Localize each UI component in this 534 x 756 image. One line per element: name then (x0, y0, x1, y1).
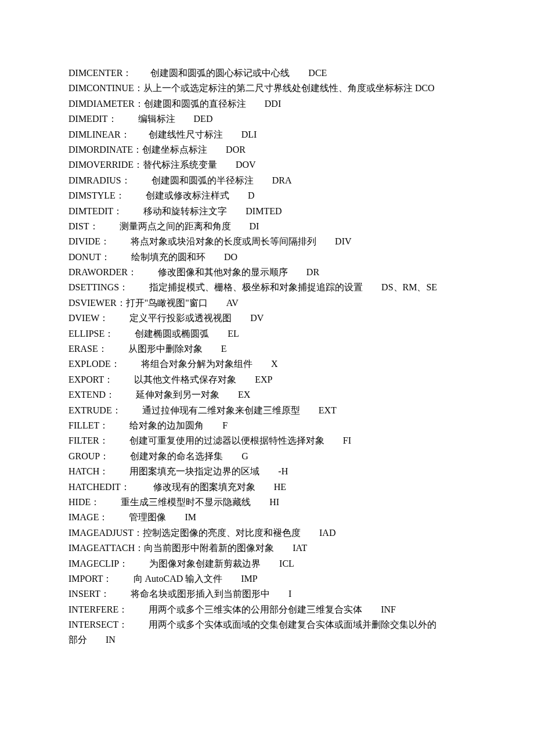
command-name: DSETTINGS： (68, 282, 128, 292)
command-description: 创建对象的命名选择集 (130, 451, 223, 461)
spacer (108, 512, 129, 522)
command-row: INTERFERE： 用两个或多个三维实体的公用部分创建三维复合实体 INF (68, 602, 470, 617)
command-description: 向 AutoCAD 输入文件 (134, 574, 223, 584)
command-name: DSVIEWER： (68, 298, 126, 308)
command-description: 将组合对象分解为对象组件 (141, 359, 252, 369)
spacer (109, 313, 129, 323)
spacer (208, 298, 226, 308)
spacer (217, 160, 236, 170)
command-name: DIMTEDIT： (68, 206, 122, 216)
command-description: 为图像对象创建新剪裁边界 (149, 559, 261, 568)
command-row: ERASE： 从图形中删除对象 E (68, 341, 470, 357)
spacer (109, 435, 129, 445)
command-name: DIMOVERRIDE： (68, 160, 143, 170)
command-abbreviation: HI (269, 497, 279, 507)
command-abbreviation: DCO (413, 83, 435, 93)
command-abbreviation: EXP (255, 375, 272, 384)
spacer (223, 451, 241, 461)
spacer (109, 420, 129, 430)
command-row: DIMLINEAR： 创建线性尺寸标注 DLI (68, 127, 470, 142)
command-name: GROUP： (68, 451, 109, 461)
command-name: IMAGEATTACH： (68, 543, 144, 553)
spacer (205, 252, 224, 262)
command-row: DIST： 测量两点之间的距离和角度 DI (68, 219, 470, 234)
command-abbreviation: -H (278, 466, 288, 476)
command-row: IMAGEADJUST：控制选定图像的亮度、对比度和褪色度 IAD (68, 525, 470, 541)
command-name: EXPORT： (68, 375, 113, 384)
command-name: INSERT： (68, 589, 110, 599)
command-abbreviation: G (241, 451, 248, 461)
command-abbreviation: EL (228, 329, 239, 339)
command-name: IMPORT： (68, 574, 113, 584)
command-row: FILTER： 创建可重复使用的过滤器以便根据特性选择对象 FI (68, 433, 470, 448)
spacer (261, 559, 279, 568)
command-name: DIMDIAMETER： (68, 99, 144, 109)
command-abbreviation: DCE (308, 68, 327, 78)
spacer (130, 129, 149, 139)
command-description: 部分 (68, 635, 87, 645)
command-description: 编辑标注 (138, 114, 175, 124)
command-name: DIMCENTER： (68, 68, 132, 78)
command-row: DIMOVERRIDE：替代标注系统变量 DOV (68, 157, 470, 172)
command-description: 指定捕捉模式、栅格、极坐标和对象捕捉追踪的设置 (149, 282, 363, 292)
command-abbreviation: HE (274, 482, 286, 492)
spacer (290, 68, 308, 78)
command-row: INSERT： 将命名块或图形插入到当前图形中 I (68, 586, 470, 602)
command-abbreviation: E (221, 344, 227, 354)
spacer (131, 175, 151, 185)
spacer (110, 252, 131, 262)
command-name: DIST： (68, 221, 99, 231)
command-row: IMPORT： 向 AutoCAD 输入文件 IMP (68, 571, 470, 586)
command-description: 替代标注系统变量 (143, 160, 217, 170)
spacer (363, 282, 381, 292)
spacer (252, 359, 271, 369)
command-row: EXTEND： 延伸对象到另一对象 EX (68, 387, 470, 402)
command-abbreviation: I (288, 589, 291, 599)
document-page: DIMCENTER： 创建圆和圆弧的圆心标记或中心线 DCEDIMCONTINU… (0, 0, 534, 648)
spacer (203, 344, 221, 354)
command-abbreviation: IMP (241, 574, 257, 584)
command-abbreviation: IAT (293, 543, 307, 553)
command-name: DIMSTYLE： (68, 190, 125, 200)
spacer (204, 420, 222, 430)
command-description: 将点对象或块沿对象的长度或周长等间隔排列 (131, 236, 316, 246)
command-name: EXTEND： (68, 390, 115, 399)
command-description: 创建线性尺寸标注 (149, 129, 223, 139)
command-description: 创建可重复使用的过滤器以便根据特性选择对象 (129, 435, 324, 445)
command-description: 打开"鸟瞰视图"窗口 (126, 298, 208, 308)
spacer (130, 482, 153, 492)
spacer (110, 236, 131, 246)
command-row: DRAWORDER： 修改图像和其他对象的显示顺序 DR (68, 265, 470, 280)
spacer (219, 390, 238, 399)
command-abbreviation: IN (106, 635, 116, 645)
command-abbreviation: DI (250, 221, 259, 231)
command-name: DVIEW： (68, 313, 109, 323)
command-row: 部分 IN (68, 632, 470, 647)
command-abbreviation: DR (306, 267, 319, 277)
spacer (121, 405, 142, 415)
command-name: HIDE： (68, 497, 100, 507)
command-name: DONUT： (68, 252, 110, 262)
spacer (128, 604, 149, 614)
command-row: DIMCENTER： 创建圆和圆弧的圆心标记或中心线 DCE (68, 66, 470, 81)
command-row: FILLET： 给对象的边加圆角 F (68, 418, 470, 433)
command-name: ELLIPSE： (68, 329, 114, 339)
spacer (246, 99, 265, 109)
command-row: EXPORT： 以其他文件格式保存对象 EXP (68, 372, 470, 387)
command-abbreviation: FI (343, 435, 351, 445)
command-name: FILTER： (68, 435, 109, 445)
command-name: INTERFERE： (68, 604, 128, 614)
spacer (229, 190, 248, 200)
spacer (87, 635, 106, 645)
command-abbreviation: DLI (241, 129, 257, 139)
command-description: 延伸对象到另一对象 (136, 390, 219, 399)
command-description: 将命名块或图形插入到当前图形中 (131, 589, 270, 599)
command-name: ERASE： (68, 344, 107, 354)
command-description: 创建椭圆或椭圆弧 (135, 329, 209, 339)
spacer (166, 512, 185, 522)
command-abbreviation: DV (250, 313, 264, 323)
spacer (300, 405, 319, 415)
spacer (132, 68, 150, 78)
command-name: DIMCONTINUE： (68, 83, 143, 93)
spacer (110, 589, 131, 599)
